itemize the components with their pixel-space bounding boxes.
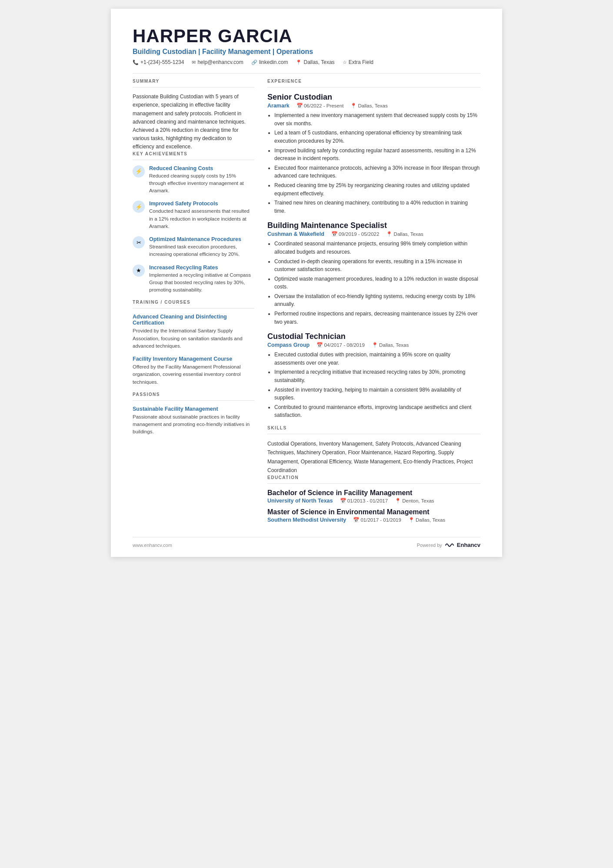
training-title: Advanced Cleaning and Disinfecting Certi… [133, 314, 254, 326]
training-item: Advanced Cleaning and Disinfecting Certi… [133, 314, 254, 350]
job-dates: 📅 06/2022 - Present [297, 103, 344, 109]
header-divider [133, 73, 480, 74]
extra-icon: ☆ [343, 60, 347, 65]
passions-label: PASSIONS [133, 392, 254, 397]
list-item: Implemented a recycling initiative that … [274, 368, 480, 384]
list-item: Conducted in-depth cleaning operations f… [274, 258, 480, 274]
achievement-item: ⚡ Improved Safety Protocols Conducted ha… [133, 201, 254, 230]
list-item: Coordinated seasonal maintenance project… [274, 240, 480, 256]
edu-degree: Bachelor of Science in Facility Manageme… [267, 489, 480, 497]
phone-value: +1-(234)-555-1234 [140, 59, 184, 65]
achievement-title: Optimized Maintenance Procedures [149, 236, 254, 242]
edu-degree: Master of Science in Environmental Manag… [267, 508, 480, 516]
achievement-text: Streamlined task execution procedures, i… [149, 243, 254, 258]
email-value: help@enhancv.com [197, 59, 243, 65]
training-item: Facility Inventory Management Course Off… [133, 356, 254, 386]
job-meta: Cushman & Wakefield 📅 09/2019 - 05/2022 … [267, 231, 480, 237]
achievements-divider [133, 160, 254, 160]
location-item: 📍 Dallas, Texas [296, 59, 334, 65]
job-company: Compass Group [267, 342, 310, 348]
job-location: 📍 Dallas, Texas [386, 231, 423, 237]
job-meta: Aramark 📅 06/2022 - Present 📍 Dallas, Te… [267, 103, 480, 109]
phone-item: 📞 +1-(234)-555-1234 [133, 59, 184, 65]
job-item: Custodial Technician Compass Group 📅 04/… [267, 332, 480, 419]
candidate-title: Building Custodian | Facility Management… [133, 48, 480, 56]
list-item: Trained new hires on cleaning machinery,… [274, 199, 480, 215]
experience-jobs-list: Senior Custodian Aramark 📅 06/2022 - Pre… [267, 93, 480, 419]
training-section: TRAINING / COURSES Advanced Cleaning and… [133, 300, 254, 386]
skills-section: SKILLS Custodial Operations, Inventory M… [267, 426, 480, 475]
footer-brand: Powered by Enhancv [417, 542, 480, 548]
job-bullets: Executed custodial duties with precision… [267, 351, 480, 419]
education-item: Bachelor of Science in Facility Manageme… [267, 489, 480, 504]
edu-location: 📍 Dallas, Texas [408, 517, 445, 523]
achievement-content: Improved Safety Protocols Conducted haza… [149, 201, 254, 230]
linkedin-value: linkedin.com [259, 59, 288, 65]
edu-dates: 📅 01/2013 - 01/2017 [340, 498, 388, 504]
email-item: ✉ help@enhancv.com [192, 59, 243, 65]
job-location: 📍 Dallas, Texas [372, 342, 409, 348]
location-icon: 📍 [296, 60, 302, 65]
achievement-title: Improved Safety Protocols [149, 201, 254, 207]
skills-label: SKILLS [267, 426, 480, 430]
left-column: SUMMARY Passionate Building Custodian wi… [133, 79, 254, 527]
summary-text: Passionate Building Custodian with 5 yea… [133, 93, 254, 151]
job-company: Cushman & Wakefield [267, 231, 324, 237]
job-bullets: Coordinated seasonal maintenance project… [267, 240, 480, 326]
summary-divider [133, 87, 254, 87]
job-bullets: Implemented a new inventory management s… [267, 111, 480, 215]
achievements-list: ⚡ Reduced Cleaning Costs Reduced cleanin… [133, 165, 254, 294]
right-column: EXPERIENCE Senior Custodian Aramark 📅 06… [267, 79, 480, 527]
list-item: Optimized waste management procedures, l… [274, 275, 480, 291]
passion-title: Sustainable Facility Management [133, 406, 254, 412]
achievement-icon: ⚡ [133, 201, 145, 213]
education-divider [267, 483, 480, 484]
list-item: Performed routine inspections and repair… [274, 310, 480, 326]
job-dates: 📅 09/2019 - 05/2022 [331, 231, 380, 237]
achievement-item: ★ Increased Recycling Rates Implemented … [133, 265, 254, 294]
training-list: Advanced Cleaning and Disinfecting Certi… [133, 314, 254, 386]
achievements-label: KEY ACHIEVEMENTS [133, 151, 254, 156]
summary-section: SUMMARY Passionate Building Custodian wi… [133, 79, 254, 151]
education-section: EDUCATION Bachelor of Science in Facilit… [267, 475, 480, 523]
job-company: Aramark [267, 103, 290, 109]
achievement-text: Implemented a recycling initiative at Co… [149, 271, 254, 294]
passions-divider [133, 400, 254, 401]
achievement-text: Reduced cleaning supply costs by 15% thr… [149, 172, 254, 195]
phone-icon: 📞 [133, 60, 139, 65]
training-text: Provided by the International Sanitary S… [133, 327, 254, 350]
header: HARPER GARCIA Building Custodian | Facil… [133, 26, 480, 74]
contact-bar: 📞 +1-(234)-555-1234 ✉ help@enhancv.com 🔗… [133, 59, 480, 65]
list-item: Assisted in inventory tracking, helping … [274, 386, 480, 402]
job-title: Building Maintenance Specialist [267, 221, 480, 230]
edu-school: Southern Methodist University [267, 517, 346, 523]
enhancv-logo-icon [445, 542, 454, 548]
edu-school: University of North Texas [267, 498, 333, 504]
education-item: Master of Science in Environmental Manag… [267, 508, 480, 523]
list-item: Executed custodial duties with precision… [274, 351, 480, 367]
list-item: Executed floor maintenance protocols, ac… [274, 164, 480, 180]
extra-item: ☆ Extra Field [343, 59, 373, 65]
location-value: Dallas, Texas [303, 59, 334, 65]
powered-by-text: Powered by [417, 543, 442, 548]
list-item: Improved building safety by conducting r… [274, 147, 480, 163]
email-icon: ✉ [192, 60, 196, 65]
training-label: TRAINING / COURSES [133, 300, 254, 305]
training-title: Facility Inventory Management Course [133, 356, 254, 362]
job-title: Senior Custodian [267, 93, 480, 102]
experience-section: EXPERIENCE Senior Custodian Aramark 📅 06… [267, 79, 480, 419]
edu-location: 📍 Denton, Texas [395, 498, 434, 504]
list-item: Oversaw the installation of eco-friendly… [274, 292, 480, 308]
footer-url: www.enhancv.com [133, 543, 172, 548]
training-text: Offered by the Facility Management Profe… [133, 363, 254, 386]
job-title: Custodial Technician [267, 332, 480, 341]
summary-label: SUMMARY [133, 79, 254, 84]
job-meta: Compass Group 📅 04/2017 - 08/2019 📍 Dall… [267, 342, 480, 348]
achievement-item: ⚡ Reduced Cleaning Costs Reduced cleanin… [133, 165, 254, 195]
achievement-text: Conducted hazard assessments that result… [149, 208, 254, 230]
achievement-content: Increased Recycling Rates Implemented a … [149, 265, 254, 294]
skills-divider [267, 434, 480, 434]
education-label: EDUCATION [267, 475, 480, 480]
achievement-icon: ⚡ [133, 165, 145, 178]
list-item: Contributed to ground maintenance effort… [274, 403, 480, 419]
